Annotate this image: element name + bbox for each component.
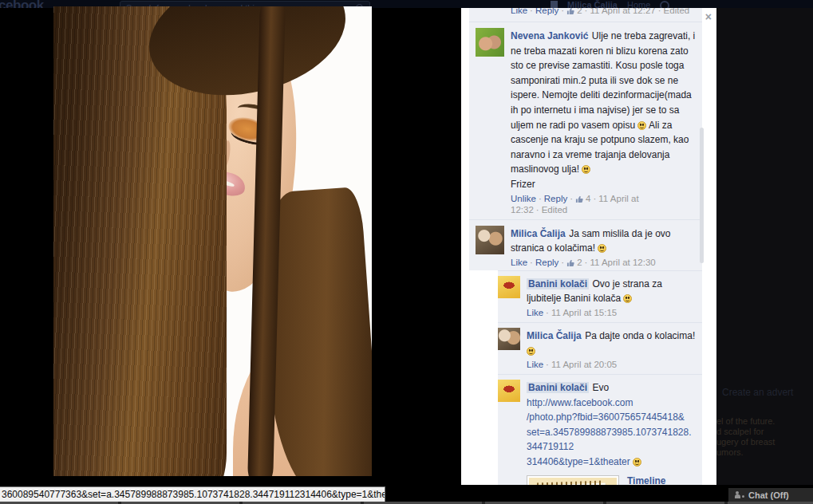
reply-link[interactable]: Reply	[544, 194, 567, 203]
smiley-emoticon-icon	[623, 294, 632, 303]
avatar[interactable]	[498, 276, 520, 298]
ad-line: d scalpel for	[716, 427, 775, 437]
spiral-binding-art	[537, 480, 604, 485]
separator: ·	[536, 205, 539, 215]
comment: Nevena Janković Ulje ne treba zagrevati,…	[469, 22, 702, 220]
comment-author-link[interactable]: Banini kolači	[527, 278, 589, 289]
like-count[interactable]: 2	[577, 258, 582, 267]
timestamp[interactable]: 11 April at 15:15	[551, 308, 617, 317]
photo-viewer-image[interactable]	[53, 6, 372, 476]
smiley-emoticon-icon	[598, 244, 606, 253]
comment-text: Evo	[592, 382, 609, 393]
facebook-logo: facebook	[0, 0, 44, 8]
comment-text: Ulje ne treba zagrevati, i ne treba maza…	[511, 30, 695, 190]
comment-author-link[interactable]: Milica Čalija	[511, 228, 566, 239]
notepad-art: Banini Šejk od Tamnih vragolana	[535, 482, 607, 485]
like-link[interactable]: Like	[511, 8, 527, 15]
timestamp[interactable]: 11 April at 12:27	[590, 8, 655, 15]
separator: ·	[546, 360, 549, 369]
photo-url-link[interactable]: http://www.facebook.com /photo.php?fbid=…	[527, 397, 692, 467]
smiley-emoticon-icon	[527, 347, 535, 356]
like-link[interactable]: Like	[527, 308, 543, 317]
separator: ·	[561, 8, 564, 15]
avatar[interactable]	[498, 328, 520, 350]
timestamp[interactable]: 11 April at 12:30	[590, 258, 655, 267]
create-advert-link: Create an advert	[722, 387, 793, 398]
comment-actions: Like·Reply·2·11 April at 12:27·Edited	[511, 8, 696, 17]
browser-status-bar: 360089540777363&set=a.345789988873985.10…	[0, 486, 385, 502]
nav-profile-link[interactable]: Milica Čalija	[567, 0, 618, 8]
unlike-link[interactable]: Unlike	[511, 194, 536, 203]
like-link[interactable]: Like	[527, 360, 543, 369]
ad-text-fragment: el of the future. d scalpel for ugery of…	[716, 416, 775, 458]
edited-label: Edited	[664, 8, 690, 15]
reply-link[interactable]: Reply	[535, 8, 558, 15]
comment-actions: Like·11 April at 20:05	[527, 360, 696, 369]
close-icon[interactable]: ×	[705, 11, 712, 22]
comment-text	[630, 456, 641, 467]
attachment-meta: Timeline Photos Dozivamo proleće ovim re…	[627, 475, 696, 485]
avatar[interactable]	[476, 226, 504, 254]
like-count[interactable]: 2	[577, 8, 582, 15]
like-count[interactable]: 4	[586, 194, 590, 203]
separator: ·	[546, 308, 549, 317]
comments-panel: × Like·Reply·2·11 April at 12:27·Edited …	[461, 8, 716, 485]
chat-person-icon	[735, 491, 744, 499]
ad-line: el of the future.	[716, 416, 775, 427]
edited-label: Edited	[542, 205, 568, 215]
smiley-emoticon-icon	[582, 165, 590, 174]
comment-actions: Like·11 April at 15:15	[527, 308, 696, 317]
timeline-photos-link[interactable]: Timeline Photos	[627, 475, 696, 485]
separator: ·	[539, 194, 542, 203]
separator: ·	[658, 8, 661, 15]
avatar[interactable]	[476, 28, 504, 57]
recipe-photo-thumbnail[interactable]: Banini Šejk od Tamnih vragolana	[527, 475, 619, 485]
separator: ·	[530, 8, 533, 15]
reply-link[interactable]: Reply	[535, 258, 558, 267]
comment-actions: Like·Reply·2·11 April at 12:30	[511, 258, 696, 269]
comment-actions-clipped: Like·Reply·2·11 April at 12:27·Edited	[469, 8, 702, 22]
status-url-text: 360089540777363&set=a.345789988873985.10…	[2, 489, 385, 500]
nav-home-link[interactable]: Home	[627, 0, 650, 8]
reply-comment: Banini kolači Ovo je strana za ljubitelj…	[498, 270, 702, 322]
reply-comment: Milica Čalija Pa dajte onda o kolacima! …	[498, 322, 702, 374]
dimmed-page-background: Create an advert el of the future. d sca…	[716, 8, 813, 485]
top-nav: Milica Čalija Home	[551, 0, 669, 8]
reply-comment: Banini kolači Evo http://www.facebook.co…	[498, 374, 702, 485]
recipe-thumbnail-art: Banini Šejk od Tamnih vragolana	[529, 478, 617, 485]
comment: Milica Čalija Ja sam mislila da je ovo s…	[469, 220, 702, 270]
shared-photo-attachment: Banini Šejk od Tamnih vragolana	[527, 475, 696, 485]
comment-replies: Banini kolači Ovo je strana za ljubitelj…	[498, 270, 702, 485]
like-link[interactable]: Like	[511, 258, 527, 267]
separator: ·	[585, 8, 588, 15]
chat-label: Chat (Off)	[748, 490, 789, 500]
smiley-emoticon-icon	[633, 458, 641, 467]
comment-author-link[interactable]: Milica Čalija	[527, 330, 582, 341]
separator: ·	[561, 258, 564, 267]
comment-author-link[interactable]: Nevena Janković	[511, 30, 588, 41]
separator: ·	[530, 258, 533, 267]
chat-bar[interactable]: Chat (Off)	[728, 488, 813, 502]
separator: ·	[585, 258, 588, 267]
timestamp[interactable]: 11 April at 20:05	[551, 360, 617, 369]
nav-avatar[interactable]	[551, 1, 558, 8]
avatar[interactable]	[498, 380, 520, 402]
comment-author-link[interactable]: Banini kolači	[527, 382, 589, 393]
separator: ·	[593, 194, 596, 203]
thumb-up-icon	[575, 195, 584, 205]
comments-list: Like·Reply·2·11 April at 12:27·Edited Ne…	[469, 8, 702, 485]
separator: ·	[570, 194, 573, 203]
thumb-up-icon	[566, 258, 575, 269]
ad-line: ugery of breast	[716, 437, 775, 447]
gear-icon[interactable]	[660, 1, 669, 8]
thumb-up-icon	[566, 8, 575, 17]
comment-actions: Unlike·Reply·4·11 April at 12:32·Edited	[511, 194, 696, 215]
scrollbar[interactable]	[700, 128, 704, 263]
ad-line: umors.	[716, 447, 775, 458]
smiley-emoticon-icon	[637, 121, 646, 130]
